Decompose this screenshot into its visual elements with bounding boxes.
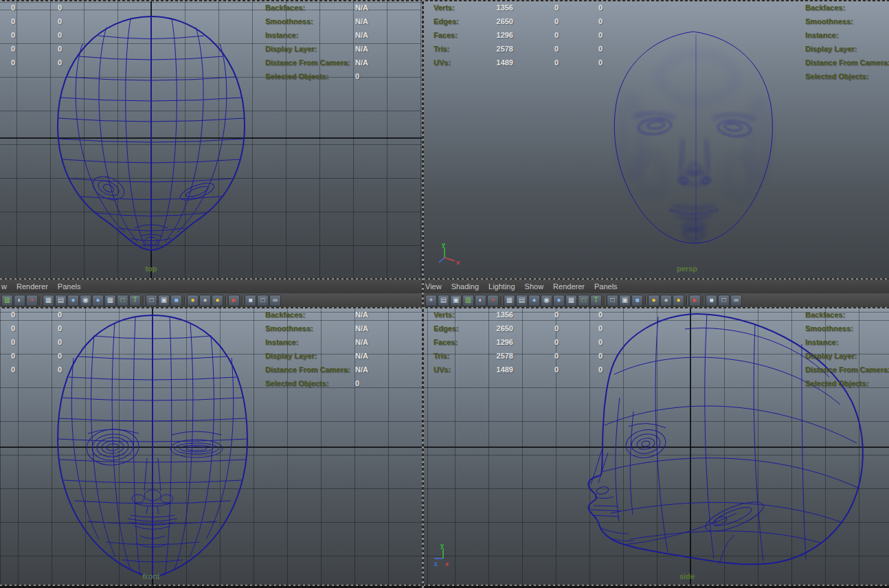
- maya-quad-viewport-layout: 0000000000 Backfaces:N/ASmoothness:N/AIn…: [0, 0, 889, 588]
- menu-shading[interactable]: Shading: [447, 282, 484, 291]
- flat-light-icon[interactable]: ●: [199, 295, 211, 306]
- grid-icon[interactable]: ▦: [504, 295, 515, 306]
- viewport-label-front: front: [117, 572, 185, 580]
- viewport-label-side: side: [653, 572, 721, 580]
- image-plane-icon[interactable]: ◐: [475, 295, 486, 306]
- texture-placement-icon[interactable]: T: [590, 295, 602, 306]
- head-shaded-persp-view[interactable]: [424, 1, 889, 278]
- svg-text:z: z: [434, 561, 438, 567]
- menu-show[interactable]: Show: [520, 282, 549, 291]
- view-frame-icon[interactable]: ▣: [619, 295, 631, 306]
- flat-light-icon[interactable]: ●: [660, 295, 672, 306]
- menu-panels[interactable]: Panels: [589, 282, 622, 291]
- camera-attributes-icon[interactable]: ▣: [450, 295, 462, 306]
- head-wireframe-top-view[interactable]: [0, 1, 422, 278]
- gate-mask-icon[interactable]: ▦: [565, 295, 577, 306]
- highlight-selection-icon[interactable]: ►: [689, 295, 701, 306]
- wire-cube-icon[interactable]: □: [718, 295, 730, 306]
- default-light-icon[interactable]: ●: [648, 295, 660, 306]
- svg-text:x: x: [445, 561, 449, 567]
- view-axis-indicator: y x: [436, 241, 464, 266]
- xray-display-icon[interactable]: ■: [631, 295, 643, 306]
- toolbar-separator: [685, 295, 688, 306]
- all-lights-icon[interactable]: ●: [673, 295, 684, 306]
- highlight-selection-icon[interactable]: ►: [228, 295, 240, 306]
- menu-view[interactable]: View: [424, 282, 447, 291]
- toolbar-separator: [701, 295, 705, 306]
- texture-placement-icon[interactable]: T: [129, 295, 141, 306]
- toolbar-separator: [603, 295, 606, 306]
- pane-divider[interactable]: [422, 0, 424, 588]
- toolbar-separator: [644, 295, 647, 306]
- isolate-select-icon[interactable]: □: [607, 295, 618, 306]
- isolate-select-icon[interactable]: □: [146, 295, 157, 306]
- toolbar-separator: [240, 295, 244, 306]
- svg-text:y: y: [442, 241, 445, 248]
- grid-icon[interactable]: ▦: [43, 295, 54, 306]
- shaded-display-icon[interactable]: ●: [528, 295, 540, 306]
- viewport-label-top: top: [117, 264, 185, 273]
- head-wireframe-front-view[interactable]: [0, 308, 422, 586]
- toolbar-separator: [142, 295, 145, 306]
- axis-origin-icon[interactable]: +: [487, 295, 499, 306]
- svg-text:x: x: [456, 259, 460, 266]
- menu-panels[interactable]: Panels: [53, 282, 86, 291]
- viewport-label-persp: persp: [653, 264, 721, 273]
- panel-toolbar-left: ▥◐+▦▤●◉●▦□T□▣■●●●►■□∞: [0, 293, 423, 307]
- gate-mask-icon[interactable]: ▦: [104, 295, 116, 306]
- svg-text:y: y: [440, 543, 444, 549]
- wireframe-on-shaded-icon[interactable]: □: [578, 295, 589, 306]
- camera-select-icon[interactable]: +: [425, 295, 437, 306]
- resolution-gate-icon[interactable]: ◉: [541, 295, 552, 306]
- viewport-persp[interactable]: y x Verts:135600Edges:265000Faces:129600…: [424, 1, 889, 278]
- xray-display-icon[interactable]: ■: [170, 295, 182, 306]
- view-axis-indicator: y z x: [434, 543, 461, 568]
- link-select-icon[interactable]: ∞: [730, 295, 742, 306]
- all-lights-icon[interactable]: ●: [212, 295, 223, 306]
- textured-display-icon[interactable]: ●: [92, 295, 104, 306]
- panel-menubar-right: View Shading Lighting Show Renderer Pane…: [424, 280, 889, 293]
- menu-show-partial[interactable]: w: [0, 282, 12, 291]
- link-select-icon[interactable]: ∞: [269, 295, 281, 306]
- wire-cube-icon[interactable]: □: [257, 295, 269, 306]
- resolution-gate-icon[interactable]: ◉: [80, 295, 91, 306]
- menu-lighting[interactable]: Lighting: [484, 282, 520, 291]
- panel-menubar-left: w Renderer Panels: [0, 280, 422, 293]
- viewport-front[interactable]: 0000000000 Backfaces:N/ASmoothness:N/AIn…: [0, 308, 422, 586]
- shaded-cube-icon[interactable]: ■: [245, 295, 256, 306]
- panel-toolbar-right: +▤▣▥◐+▦▤●◉●▦□T□▣■●●●►■□∞: [424, 293, 889, 307]
- image-plane-icon[interactable]: ◐: [14, 295, 25, 306]
- default-light-icon[interactable]: ●: [187, 295, 199, 306]
- axis-origin-icon[interactable]: +: [26, 295, 38, 306]
- menu-renderer[interactable]: Renderer: [548, 282, 589, 291]
- bookmark-histogram-icon[interactable]: ▥: [1, 295, 13, 306]
- shaded-cube-icon[interactable]: ■: [706, 295, 717, 306]
- wireframe-on-shaded-icon[interactable]: □: [117, 295, 128, 306]
- camera-lock-icon[interactable]: ▤: [438, 295, 449, 306]
- head-wireframe-side-view[interactable]: [424, 308, 889, 586]
- toolbar-separator: [224, 295, 227, 306]
- film-gate-icon[interactable]: ▤: [516, 295, 528, 306]
- toolbar-separator: [38, 295, 42, 306]
- bookmark-histogram-icon[interactable]: ▥: [462, 295, 474, 306]
- toolbar-separator: [499, 295, 503, 306]
- viewport-side[interactable]: y z x Verts:135600Edges:265000Faces:1296…: [424, 308, 889, 586]
- toolbar-separator: [183, 295, 186, 306]
- film-gate-icon[interactable]: ▤: [55, 295, 67, 306]
- viewport-top[interactable]: 0000000000 Backfaces:N/ASmoothness:N/AIn…: [0, 1, 422, 278]
- textured-display-icon[interactable]: ●: [553, 295, 565, 306]
- menu-renderer[interactable]: Renderer: [12, 282, 53, 291]
- view-frame-icon[interactable]: ▣: [158, 295, 170, 306]
- shaded-display-icon[interactable]: ●: [67, 295, 79, 306]
